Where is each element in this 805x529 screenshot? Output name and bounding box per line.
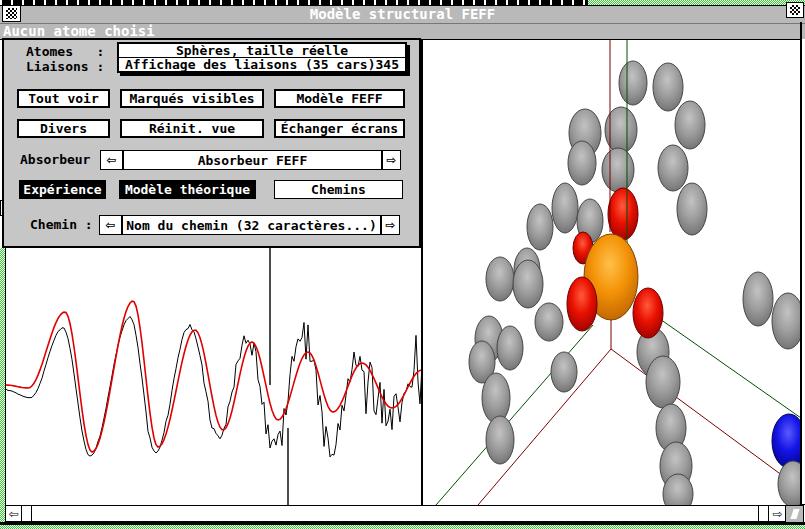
scrollbar-trough[interactable] — [32, 506, 758, 521]
absorber-field[interactable]: Absorbeur FEFF — [123, 150, 382, 170]
axis-line-red — [611, 349, 800, 490]
atom-sphere-gray[interactable] — [568, 141, 596, 185]
scrollbar-thumb[interactable] — [22, 506, 32, 521]
atom-sphere-gray[interactable] — [778, 461, 800, 505]
atom-sphere-gray[interactable] — [677, 183, 707, 235]
arrow-left-icon: ⇦ — [106, 153, 116, 167]
bonds-display-value[interactable]: Affichage des liaisons (35 cars)345 — [119, 58, 405, 71]
scroll-left-button[interactable]: ⇦ — [6, 506, 22, 521]
title-bar[interactable]: Modèle structural FEFF — [0, 5, 805, 23]
atom-sphere-gray[interactable] — [486, 416, 514, 464]
path-field[interactable]: Nom du chemin (32 caractères...) — [122, 215, 381, 235]
molecule-3d-view — [423, 40, 800, 505]
horizontal-scrollbar[interactable]: ⇦ ⇨ — [5, 505, 786, 522]
control-dialog: Atomes : Liaisons : Sphères, taille réel… — [2, 38, 421, 248]
atom-sphere-blue[interactable] — [772, 414, 800, 468]
atom-sphere-gray[interactable] — [551, 352, 577, 392]
path-label: Chemin : — [30, 218, 93, 232]
atom-sphere-gray[interactable] — [675, 101, 705, 149]
modele-feff-button[interactable]: Modèle FEFF — [274, 89, 405, 108]
absorber-prev-button[interactable]: ⇦ — [100, 150, 123, 170]
experiment-curve — [6, 317, 421, 457]
atom-sphere-red[interactable] — [633, 288, 663, 338]
atom-sphere-gray[interactable] — [527, 204, 553, 250]
marques-visibles-button[interactable]: Marqués visibles — [120, 89, 264, 108]
path-prev-button[interactable]: ⇦ — [99, 215, 122, 235]
atom-sphere-gray[interactable] — [602, 148, 634, 192]
window-title: Modèle structural FEFF — [0, 6, 805, 23]
atom-sphere-gray[interactable] — [619, 61, 647, 105]
resize-icon — [790, 509, 799, 519]
atoms-display-value[interactable]: Sphères, taille réelle — [119, 44, 405, 58]
close-button[interactable] — [2, 5, 21, 22]
chemins-toggle[interactable]: Chemins — [274, 180, 403, 199]
path-next-button[interactable]: ⇨ — [381, 215, 400, 235]
arrow-left-icon: ⇦ — [105, 218, 115, 232]
atom-sphere-gray[interactable] — [497, 326, 523, 370]
atom-sphere-gray[interactable] — [486, 257, 514, 301]
atom-sphere-gray[interactable] — [743, 272, 773, 326]
echanger-ecrans-button[interactable]: Échanger écrans — [274, 119, 405, 138]
experience-toggle[interactable]: Expérience — [19, 180, 106, 199]
atom-sphere-gray[interactable] — [772, 293, 800, 349]
divers-button[interactable]: Divers — [17, 119, 110, 138]
model-curve — [6, 301, 421, 452]
scroll-right-icon: ⇨ — [772, 507, 782, 521]
molecule-canvas[interactable] — [423, 40, 800, 505]
absorber-next-button[interactable]: ⇨ — [382, 150, 401, 170]
bonds-label: Liaisons : — [26, 60, 104, 74]
atom-sphere-gray[interactable] — [653, 63, 683, 111]
atom-sphere-gray[interactable] — [552, 183, 578, 233]
modele-theorique-toggle[interactable]: Modèle théorique — [119, 180, 256, 199]
window-right-border — [800, 22, 802, 523]
close-icon — [6, 8, 17, 19]
atom-sphere-gray[interactable] — [482, 373, 510, 423]
atom-sphere-red[interactable] — [567, 277, 597, 331]
atom-sphere-gray[interactable] — [513, 260, 543, 308]
atom-sphere-gray[interactable] — [535, 303, 563, 341]
display-mode-box[interactable]: Sphères, taille réelle Affichage des lia… — [117, 42, 407, 73]
tout-voir-button[interactable]: Tout voir — [17, 89, 110, 108]
reinit-vue-button[interactable]: Réinit. vue — [120, 119, 264, 138]
atom-sphere-red[interactable] — [608, 188, 638, 240]
atom-sphere-gray[interactable] — [658, 145, 688, 191]
corner-widget-icon — [790, 5, 800, 15]
scroll-left-icon: ⇦ — [8, 507, 18, 521]
desktop-pattern-left — [0, 248, 5, 524]
status-text: Aucun atome choisi — [3, 23, 155, 39]
desktop-pattern-bottom — [0, 525, 805, 529]
absorber-label: Absorbeur — [20, 153, 90, 167]
scroll-right-button[interactable]: ⇨ — [768, 506, 786, 521]
application-screen: Modèle structural FEFF Aucun atome chois… — [0, 0, 805, 529]
atom-sphere-gray[interactable] — [646, 356, 680, 408]
resize-handle[interactable] — [785, 505, 804, 523]
corner-widget[interactable] — [786, 2, 804, 18]
arrow-right-icon: ⇨ — [385, 218, 395, 232]
arrow-right-icon: ⇨ — [386, 153, 396, 167]
status-bar: Aucun atome choisi — [0, 23, 805, 39]
atoms-label: Atomes : — [26, 45, 104, 59]
